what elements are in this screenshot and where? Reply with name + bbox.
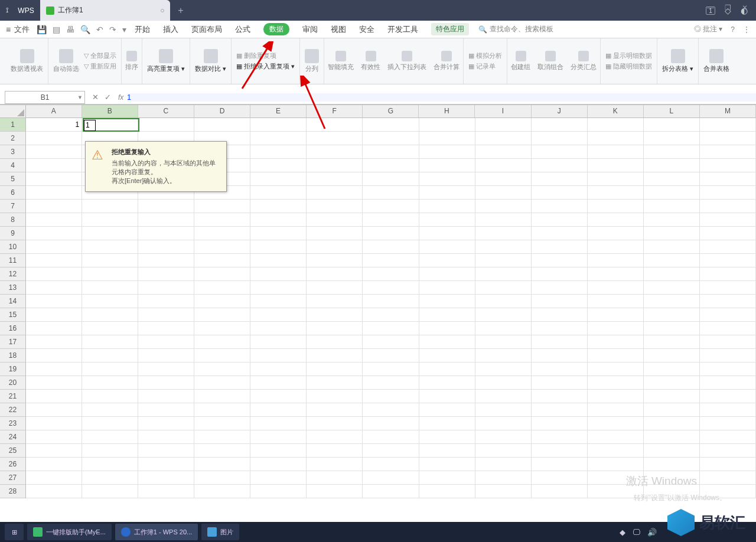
start-button[interactable]: ⊞ [5, 524, 24, 540]
ribbon-highlight-dup[interactable]: 高亮重复项 ▾ [142, 38, 190, 84]
cell-B28[interactable] [82, 485, 138, 498]
tab-security[interactable]: 安全 [359, 24, 374, 35]
tab-special[interactable]: 特色应用 [431, 23, 469, 35]
cell-I13[interactable] [475, 281, 532, 295]
cell-H25[interactable] [419, 444, 475, 458]
cell-F4[interactable] [307, 159, 363, 172]
cell-F6[interactable] [307, 186, 363, 200]
tab-insert[interactable]: 插入 [163, 24, 178, 35]
cell-F14[interactable] [307, 295, 363, 308]
cell-M9[interactable] [700, 227, 756, 240]
cell-D25[interactable] [194, 444, 250, 458]
cell-F13[interactable] [307, 281, 363, 295]
cell-G14[interactable] [363, 295, 419, 308]
close-button[interactable]: ✕ [742, 4, 748, 12]
cell-H21[interactable] [419, 390, 475, 403]
cell-K26[interactable] [588, 458, 644, 471]
cell-B8[interactable] [82, 213, 138, 227]
row-22[interactable]: 22 [0, 403, 26, 417]
cell-K7[interactable] [588, 200, 644, 213]
cell-E27[interactable] [250, 471, 307, 485]
col-K[interactable]: K [588, 105, 644, 117]
cell-M17[interactable] [700, 335, 756, 349]
cell-G1[interactable] [363, 118, 419, 132]
row-4[interactable]: 4 [0, 159, 26, 172]
cell-H16[interactable] [419, 322, 475, 335]
col-M[interactable]: M [700, 105, 756, 117]
cell-H17[interactable] [419, 335, 475, 349]
cell-M16[interactable] [700, 322, 756, 335]
cell-A23[interactable] [26, 417, 82, 430]
row-27[interactable]: 27 [0, 471, 26, 485]
cell-B7[interactable] [82, 200, 138, 213]
cell-M19[interactable] [700, 363, 756, 376]
cell-H20[interactable] [419, 376, 475, 390]
cell-M27[interactable] [700, 471, 756, 485]
cell-D16[interactable] [194, 322, 250, 335]
cell-A20[interactable] [26, 376, 82, 390]
row-28[interactable]: 28 [0, 485, 26, 498]
cell-G7[interactable] [363, 200, 419, 213]
col-A[interactable]: A [26, 105, 82, 117]
row-2[interactable]: 2 [0, 132, 26, 145]
cell-M21[interactable] [700, 390, 756, 403]
cell-A10[interactable] [26, 240, 82, 254]
cell-B15[interactable] [82, 308, 138, 322]
redo-icon[interactable]: ↷ [109, 25, 116, 34]
cell-E17[interactable] [250, 335, 307, 349]
row-7[interactable]: 7 [0, 200, 26, 213]
taskbar-app-3[interactable]: 图片 [201, 524, 239, 540]
cell-A17[interactable] [26, 335, 82, 349]
cell-E15[interactable] [250, 308, 307, 322]
row-5[interactable]: 5 [0, 172, 26, 186]
cell-E28[interactable] [250, 485, 307, 498]
minimize-button[interactable]: — [707, 4, 714, 12]
cell-M15[interactable] [700, 308, 756, 322]
cell-F8[interactable] [307, 213, 363, 227]
cell-K2[interactable] [588, 132, 644, 145]
cell-F9[interactable] [307, 227, 363, 240]
col-L[interactable]: L [644, 105, 700, 117]
print-preview-icon[interactable]: 🔍 [80, 25, 90, 34]
cell-E5[interactable] [250, 172, 307, 186]
cell-A6[interactable] [26, 186, 82, 200]
cell-M14[interactable] [700, 295, 756, 308]
cell-K21[interactable] [588, 390, 644, 403]
cell-H19[interactable] [419, 363, 475, 376]
ribbon-sort[interactable]: 排序 [122, 38, 142, 84]
cell-E8[interactable] [250, 213, 307, 227]
cell-A16[interactable] [26, 322, 82, 335]
cell-C22[interactable] [138, 403, 194, 417]
row-1[interactable]: 1 [0, 118, 26, 132]
cell-I25[interactable] [475, 444, 532, 458]
cell-L8[interactable] [644, 213, 700, 227]
cell-J22[interactable] [532, 403, 588, 417]
cell-D19[interactable] [194, 363, 250, 376]
cell-M23[interactable] [700, 417, 756, 430]
cell-B14[interactable] [82, 295, 138, 308]
cell-K12[interactable] [588, 267, 644, 281]
qat-icon-2[interactable]: ▤ [53, 25, 60, 34]
cell-G11[interactable] [363, 254, 419, 267]
row-11[interactable]: 11 [0, 254, 26, 267]
cell-A15[interactable] [26, 308, 82, 322]
cell-K16[interactable] [588, 322, 644, 335]
cell-D11[interactable] [194, 254, 250, 267]
cell-H8[interactable] [419, 213, 475, 227]
cell-H28[interactable] [419, 485, 475, 498]
cell-H1[interactable] [419, 118, 475, 132]
cell-G24[interactable] [363, 430, 419, 444]
cell-K3[interactable] [588, 145, 644, 159]
cell-H18[interactable] [419, 349, 475, 363]
cell-A26[interactable] [26, 458, 82, 471]
cell-C27[interactable] [138, 471, 194, 485]
cell-C20[interactable] [138, 376, 194, 390]
cell-E22[interactable] [250, 403, 307, 417]
row-15[interactable]: 15 [0, 308, 26, 322]
cell-K15[interactable] [588, 308, 644, 322]
ribbon-subtotal[interactable]: 分类汇总 [567, 38, 601, 84]
cell-J23[interactable] [532, 417, 588, 430]
row-24[interactable]: 24 [0, 430, 26, 444]
cell-M3[interactable] [700, 145, 756, 159]
cell-E20[interactable] [250, 376, 307, 390]
